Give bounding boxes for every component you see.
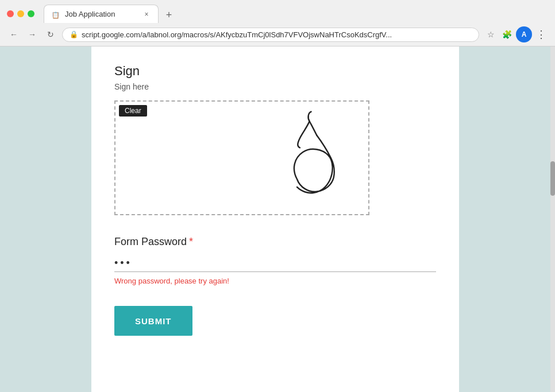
address-actions: ☆ 🧩 A ⋮ bbox=[484, 26, 548, 42]
page-content: Sign Sign here Clear Form Password* bbox=[91, 46, 459, 392]
window-controls bbox=[7, 10, 34, 17]
scrollbar-track bbox=[550, 46, 555, 392]
tab-close-button[interactable]: × bbox=[142, 10, 151, 19]
active-tab[interactable]: 📋 Job Application × bbox=[44, 5, 159, 23]
page-area: Sign Sign here Clear Form Password* bbox=[0, 46, 555, 392]
signature-drawing bbox=[115, 102, 368, 214]
close-window-button[interactable] bbox=[7, 10, 14, 17]
new-tab-button[interactable]: + bbox=[161, 7, 177, 23]
scrollbar-thumb[interactable] bbox=[550, 161, 555, 196]
title-bar: 📋 Job Application × + bbox=[0, 0, 555, 23]
form-password-label: Form Password* bbox=[114, 236, 436, 248]
maximize-window-button[interactable] bbox=[28, 10, 34, 17]
sign-title: Sign bbox=[114, 64, 436, 79]
back-button[interactable]: ← bbox=[7, 28, 21, 41]
extensions-icon[interactable]: 🧩 bbox=[500, 28, 514, 41]
refresh-button[interactable]: ↻ bbox=[44, 28, 57, 41]
form-password-section: Form Password* Wrong password, please tr… bbox=[114, 236, 436, 336]
sign-section: Sign Sign here Clear bbox=[114, 64, 436, 215]
sign-subtitle: Sign here bbox=[114, 82, 436, 91]
signature-canvas[interactable]: Clear bbox=[114, 100, 369, 215]
tab-title: Job Application bbox=[65, 10, 137, 18]
bookmark-icon[interactable]: ☆ bbox=[484, 28, 498, 41]
submit-button[interactable]: SUBMIT bbox=[114, 306, 192, 336]
minimize-window-button[interactable] bbox=[17, 10, 24, 17]
svg-text:📋: 📋 bbox=[52, 11, 60, 19]
address-bar[interactable]: 🔒 script.google.com/a/labnol.org/macros/… bbox=[62, 28, 479, 42]
forward-button[interactable]: → bbox=[25, 28, 39, 41]
required-star: * bbox=[189, 236, 193, 247]
error-message: Wrong password, please try again! bbox=[114, 277, 436, 285]
lock-icon: 🔒 bbox=[70, 30, 78, 38]
tab-favicon-icon: 📋 bbox=[51, 10, 60, 19]
address-text: script.google.com/a/labnol.org/macros/s/… bbox=[82, 30, 472, 39]
password-input[interactable] bbox=[114, 257, 436, 269]
address-bar-row: ← → ↻ 🔒 script.google.com/a/labnol.org/m… bbox=[0, 23, 555, 46]
menu-button[interactable]: ⋮ bbox=[534, 28, 548, 41]
page-scroll[interactable]: Sign Sign here Clear Form Password* bbox=[0, 46, 550, 392]
browser-chrome: 📋 Job Application × + ← → ↻ 🔒 script.goo… bbox=[0, 0, 555, 46]
profile-button[interactable]: A bbox=[516, 26, 532, 42]
password-input-wrapper bbox=[114, 257, 436, 272]
